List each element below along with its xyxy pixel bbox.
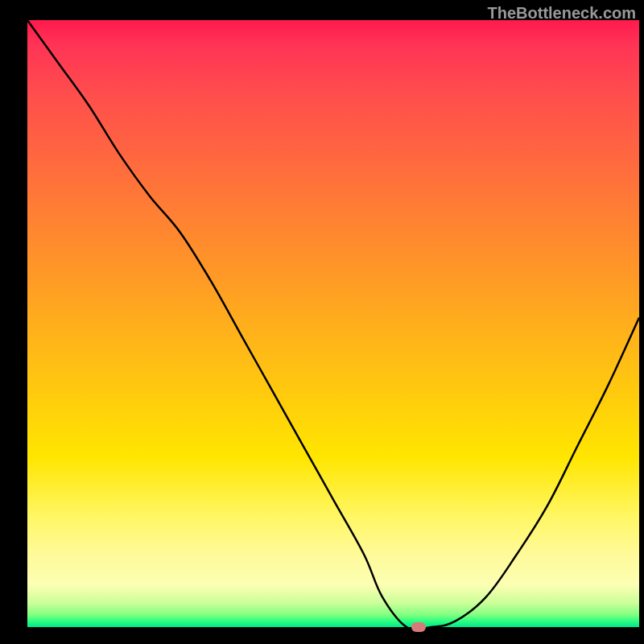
bottleneck-curve bbox=[27, 20, 639, 627]
watermark-text: TheBottleneck.com bbox=[488, 4, 636, 23]
minimum-marker bbox=[411, 622, 426, 632]
chart-area bbox=[27, 20, 639, 627]
